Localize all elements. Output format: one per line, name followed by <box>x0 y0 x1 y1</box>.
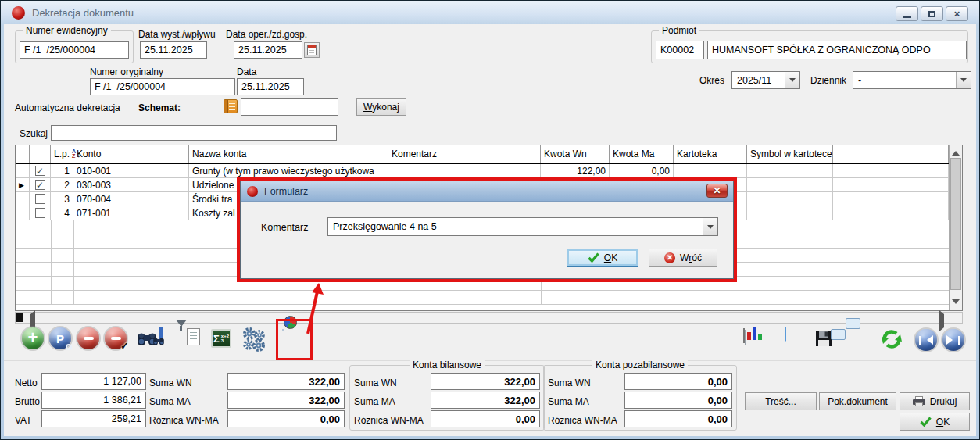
column-header-kartoteka[interactable]: Kartoteka <box>674 145 747 163</box>
bil-suma-wn-label: Suma WN <box>354 377 397 388</box>
calendar-button[interactable] <box>304 42 320 58</box>
data-oper-field[interactable]: 25.11.2025 <box>234 41 302 59</box>
drukuj-button[interactable]: Drukuj <box>900 392 970 410</box>
poz-roznica-field: 0,00 <box>624 410 732 427</box>
dialog-ok-label: OK <box>604 252 617 263</box>
column-header-lp[interactable]: L.p. AZ↓ <box>51 145 73 163</box>
brutto-label: Brutto <box>15 396 40 407</box>
poz-roznica-label: Różnica WN-MA <box>548 415 617 426</box>
table-empty-row <box>16 291 949 305</box>
data-oper-label: Data oper./zd.gosp. <box>226 29 307 40</box>
tresc-button[interactable]: Treść... <box>745 392 817 410</box>
scroll-down-icon[interactable] <box>950 299 962 308</box>
report-button[interactable] <box>785 327 786 342</box>
chevron-down-icon[interactable] <box>703 218 717 235</box>
table-row[interactable]: ✓ 1 010-001 Grunty (w tym prawo wieczyst… <box>16 164 949 178</box>
app-icon <box>247 186 258 197</box>
client-area: Numer ewidencyjny F /1 /25/000004 Data w… <box>4 24 976 436</box>
horizontal-scrollbar[interactable] <box>15 312 963 324</box>
dialog-wroc-button[interactable]: ✕ Wróć <box>649 249 717 267</box>
chart-button[interactable] <box>743 329 745 343</box>
printer-icon <box>913 396 925 406</box>
dialog-ok-button[interactable]: OK <box>567 249 638 267</box>
bil-suma-wn-field: 322,00 <box>431 373 540 390</box>
first-record-icon <box>919 335 933 345</box>
refresh-button[interactable] <box>880 327 903 354</box>
komentarz-combobox[interactable]: Przeksięgowanie 4 na 5 <box>327 217 718 236</box>
annotation-box-icon <box>276 319 313 360</box>
last-record-button[interactable] <box>942 329 964 351</box>
delete-checked-button[interactable]: ✓ <box>105 327 127 349</box>
maximize-button[interactable] <box>921 6 943 21</box>
screen: Dekretacja dokumentu × Numer ewidencyjny… <box>0 0 980 440</box>
vertical-scroll-thumb[interactable] <box>950 158 961 290</box>
okres-select[interactable]: 2025/11 <box>731 71 800 89</box>
scroll-right-icon[interactable] <box>939 314 948 328</box>
automatyczna-dekretacja-label: Automatyczna dekretacja <box>15 102 120 113</box>
horizontal-scroll-thumb[interactable] <box>16 313 23 322</box>
delete-button[interactable] <box>77 327 99 349</box>
podmiot-code-field[interactable]: K00002 <box>656 41 704 59</box>
scroll-up-icon[interactable] <box>950 147 962 156</box>
checkbox-header[interactable] <box>30 145 51 163</box>
footer-ok-button[interactable]: OK <box>900 413 970 431</box>
suma-ma-label: Suma MA <box>149 396 191 407</box>
last-record-icon <box>946 335 960 345</box>
suma-wn-label: Suma WN <box>149 377 192 388</box>
column-header-kwota-ma[interactable]: Kwota Ma <box>610 145 674 163</box>
suma-ma-field: 322,00 <box>227 392 345 409</box>
find-in-table-button[interactable] <box>159 329 163 343</box>
edit-search-button[interactable]: P <box>49 327 71 349</box>
chevron-down-icon[interactable] <box>785 72 799 88</box>
binoculars-icon <box>152 336 165 346</box>
tresc-label: Treść... <box>765 396 796 407</box>
bil-suma-ma-label: Suma MA <box>354 396 395 407</box>
column-header-symbol[interactable]: Symbol w kartotece <box>747 145 833 163</box>
okres-label: Okres <box>699 75 724 86</box>
numer-ewidencyjny-field[interactable]: F /1 /25/000004 <box>20 41 129 59</box>
column-header-nazwa[interactable]: Nazwa konta <box>189 145 388 163</box>
dialog-close-button[interactable]: ✕ <box>706 184 728 198</box>
row-checkbox[interactable]: ✓ <box>35 166 45 176</box>
scroll-left-icon[interactable] <box>27 314 35 328</box>
bar-chart-icon <box>743 328 745 343</box>
current-row-marker-icon: ▶ <box>19 181 24 189</box>
row-checkbox[interactable] <box>35 208 45 218</box>
row-checkbox[interactable] <box>35 194 45 204</box>
dziennik-label: Dziennik <box>810 75 846 86</box>
vertical-scrollbar[interactable] <box>949 145 962 310</box>
column-header-kwota-wn[interactable]: Kwota Wn <box>541 145 610 163</box>
sum-button[interactable]: Σx+23 <box>211 329 231 348</box>
close-button[interactable]: × <box>946 6 968 21</box>
schemat-field[interactable] <box>241 98 338 116</box>
szukaj-label: Szukaj <box>20 128 48 139</box>
roznica-label: Różnica WN-MA <box>149 415 219 426</box>
column-header-extra <box>833 145 949 163</box>
pok-dokument-button[interactable]: Pok.dokument <box>819 392 896 410</box>
column-header-konto[interactable]: Konto <box>73 145 189 163</box>
first-record-button[interactable] <box>915 329 937 351</box>
minimize-button[interactable] <box>896 6 918 21</box>
netto-field: 1 127,00 <box>41 373 146 390</box>
add-button[interactable]: + <box>22 327 44 349</box>
dziennik-select[interactable]: - <box>853 71 971 89</box>
magnifier-icon <box>66 344 72 350</box>
wykonaj-button[interactable]: Wykonaj <box>356 98 406 116</box>
szukaj-input[interactable] <box>51 125 337 141</box>
data-wyst-field[interactable]: 25.11.2025 <box>140 41 207 59</box>
settings-button[interactable] <box>241 327 267 355</box>
schemat-book-icon[interactable] <box>224 99 238 113</box>
numer-oryginalny-field[interactable]: F /1 /25/000004 <box>90 78 235 95</box>
podmiot-name-field[interactable]: HUMANSOFT SPÓŁKA Z OGRANICZONĄ ODPO <box>707 41 967 59</box>
chevron-down-icon[interactable] <box>956 72 971 88</box>
row-checkbox[interactable]: ✓ <box>35 180 45 190</box>
column-header-komentarz[interactable]: Komentarz <box>388 145 541 163</box>
divider <box>4 360 976 361</box>
drukuj-label: Drukuj <box>930 396 957 407</box>
report-document-icon <box>785 327 786 342</box>
row-selector-header <box>16 145 30 163</box>
dialog-body: Komentarz Przeksięgowanie 4 na 5 OK ✕ Wr… <box>241 202 733 278</box>
data-field[interactable]: 25.11.2025 <box>237 78 304 95</box>
roznica-field: 0,00 <box>227 410 345 427</box>
bil-roznica-label: Różnica WN-MA <box>354 415 424 426</box>
